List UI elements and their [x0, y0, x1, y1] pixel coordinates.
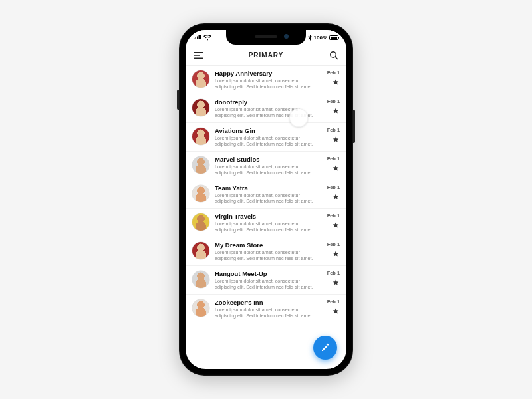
avatar: [192, 70, 209, 88]
email-content: Marvel StudiosLorem ipsum dolor sit amet…: [215, 156, 322, 176]
avatar: [192, 299, 209, 317]
email-meta: Feb 1: [327, 156, 340, 172]
star-icon[interactable]: [332, 78, 340, 86]
email-preview: Lorem ipsum dolor sit amet, consectetur …: [215, 164, 322, 176]
battery-icon: [329, 35, 338, 40]
email-meta: Feb 1: [327, 299, 340, 315]
avatar: [192, 128, 209, 145]
phone-frame: 100% PRIMARY Happy AnniversaryLorem ipsu…: [179, 23, 353, 376]
email-date: Feb 1: [327, 213, 340, 219]
compose-button[interactable]: [313, 336, 337, 360]
avatar: [192, 99, 209, 116]
search-icon[interactable]: [328, 49, 340, 61]
star-icon[interactable]: [332, 221, 340, 229]
email-content: My Dream StoreLorem ipsum dolor sit amet…: [215, 241, 322, 261]
email-date: Feb 1: [327, 184, 340, 190]
signal-icon: [194, 35, 201, 40]
email-preview: Lorem ipsum dolor sit amet, consectetur …: [215, 307, 322, 319]
email-row[interactable]: Hangout Meet-UpLorem ipsum dolor sit ame…: [186, 266, 346, 295]
email-row[interactable]: Zookeeper's InnLorem ipsum dolor sit ame…: [186, 295, 346, 323]
star-icon[interactable]: [332, 250, 340, 258]
pencil-icon: [321, 343, 330, 352]
battery-percent: 100%: [314, 35, 327, 41]
star-icon[interactable]: [332, 136, 340, 144]
email-row[interactable]: donotreplyLorem ipsum dolor sit amet, co…: [186, 94, 346, 123]
avatar: [192, 242, 209, 259]
email-date: Feb 1: [327, 127, 340, 133]
star-icon[interactable]: [332, 193, 340, 201]
email-sender: Aviations Gin: [215, 127, 322, 134]
email-date: Feb 1: [327, 299, 340, 305]
bluetooth-icon: [308, 35, 312, 41]
avatar: [192, 185, 209, 202]
email-list[interactable]: Happy AnniversaryLorem ipsum dolor sit a…: [186, 66, 346, 369]
email-sender: Hangout Meet-Up: [215, 270, 322, 277]
menu-icon[interactable]: [192, 49, 204, 61]
email-sender: Zookeeper's Inn: [215, 299, 322, 306]
email-row[interactable]: Aviations GinLorem ipsum dolor sit amet,…: [186, 123, 346, 152]
email-meta: Feb 1: [327, 213, 340, 229]
wifi-icon: [203, 35, 211, 41]
email-content: Team YatraLorem ipsum dolor sit amet, co…: [215, 184, 322, 204]
email-preview: Lorem ipsum dolor sit amet, consectetur …: [215, 249, 322, 261]
email-content: Happy AnniversaryLorem ipsum dolor sit a…: [215, 70, 322, 90]
email-row[interactable]: Virgin TravelsLorem ipsum dolor sit amet…: [186, 209, 346, 237]
email-meta: Feb 1: [327, 127, 340, 144]
star-icon[interactable]: [332, 107, 340, 115]
email-sender: Marvel Studios: [215, 156, 322, 163]
email-meta: Feb 1: [327, 98, 340, 115]
avatar: [192, 156, 209, 174]
email-preview: Lorem ipsum dolor sit amet, consectetur …: [215, 192, 322, 204]
email-row[interactable]: Marvel StudiosLorem ipsum dolor sit amet…: [186, 152, 346, 180]
email-date: Feb 1: [327, 241, 340, 247]
email-content: Zookeeper's InnLorem ipsum dolor sit ame…: [215, 299, 322, 319]
email-meta: Feb 1: [327, 270, 340, 287]
email-sender: My Dream Store: [215, 241, 322, 249]
email-sender: Virgin Travels: [215, 213, 322, 220]
phone-notch: [226, 30, 306, 45]
email-date: Feb 1: [327, 98, 340, 104]
email-date: Feb 1: [327, 156, 340, 162]
email-sender: Happy Anniversary: [215, 70, 322, 77]
email-row[interactable]: My Dream StoreLorem ipsum dolor sit amet…: [186, 237, 346, 266]
email-preview: Lorem ipsum dolor sit amet, consectetur …: [215, 135, 322, 147]
email-date: Feb 1: [327, 70, 340, 76]
email-row[interactable]: Happy AnniversaryLorem ipsum dolor sit a…: [186, 66, 346, 94]
email-content: Aviations GinLorem ipsum dolor sit amet,…: [215, 127, 322, 147]
email-sender: Team Yatra: [215, 184, 322, 192]
email-preview: Lorem ipsum dolor sit amet, consectetur …: [215, 78, 322, 90]
star-icon[interactable]: [332, 164, 340, 172]
phone-screen: 100% PRIMARY Happy AnniversaryLorem ipsu…: [186, 30, 346, 369]
email-sender: donotreply: [215, 98, 322, 106]
star-icon[interactable]: [332, 307, 340, 315]
email-meta: Feb 1: [327, 241, 340, 258]
touch-indicator: [289, 108, 308, 127]
avatar: [192, 271, 209, 288]
email-preview: Lorem ipsum dolor sit amet, consectetur …: [215, 221, 322, 233]
avatar: [192, 213, 209, 231]
navbar: PRIMARY: [186, 45, 346, 66]
email-row[interactable]: Team YatraLorem ipsum dolor sit amet, co…: [186, 180, 346, 209]
navbar-title: PRIMARY: [249, 51, 284, 59]
email-meta: Feb 1: [327, 184, 340, 201]
email-meta: Feb 1: [327, 70, 340, 86]
email-date: Feb 1: [327, 270, 340, 276]
email-content: Virgin TravelsLorem ipsum dolor sit amet…: [215, 213, 322, 233]
email-preview: Lorem ipsum dolor sit amet, consectetur …: [215, 278, 322, 290]
email-content: Hangout Meet-UpLorem ipsum dolor sit ame…: [215, 270, 322, 290]
star-icon[interactable]: [332, 279, 340, 287]
